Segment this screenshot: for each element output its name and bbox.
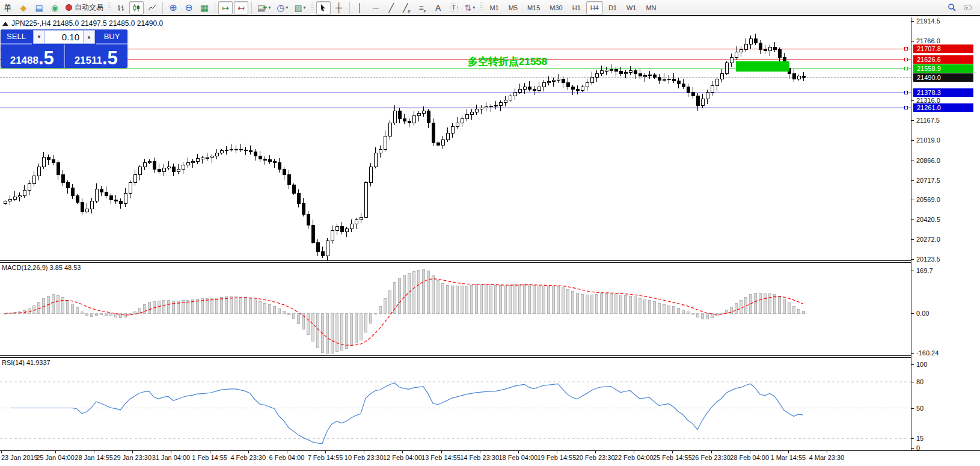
volume-up-button[interactable]: ▲ <box>83 30 95 44</box>
crosshair-icon[interactable]: ┼ <box>332 1 346 14</box>
timeframe-m1[interactable]: M1 <box>485 1 503 14</box>
axis-tick <box>911 180 914 181</box>
buy-button[interactable]: BUY <box>96 29 127 44</box>
line-chart-icon[interactable] <box>145 1 159 14</box>
new-order-button[interactable]: 单 <box>1 1 15 14</box>
time-label: 29 Jan 23:30 <box>113 454 152 461</box>
price-label: 20866.0 <box>916 157 940 164</box>
pivot-annotation[interactable]: 多空转折点21558 <box>468 55 547 69</box>
periods-dropdown: ▾ <box>286 5 288 10</box>
market-watch-icon[interactable]: ◆ <box>16 1 31 14</box>
rsi-axis-label: 15 <box>916 435 923 442</box>
time-tick <box>711 451 712 453</box>
timeframe-m15[interactable]: M15 <box>523 1 544 14</box>
time-tick <box>557 451 557 453</box>
axis-tick <box>911 364 914 365</box>
text-label-icon[interactable]: T <box>447 1 461 14</box>
rsi-pane[interactable]: RSI(14) 41.9337 <box>0 358 911 450</box>
cursor-icon[interactable] <box>316 1 331 14</box>
indicators-plus-icon: + <box>263 4 267 12</box>
time-tick <box>287 451 287 453</box>
vertical-line-icon[interactable]: │ <box>353 1 367 14</box>
time-axis[interactable]: 23 Jan 201925 Jan 04:0028 Jan 14:5529 Ja… <box>0 450 980 466</box>
sell-price[interactable]: 21488 .5 <box>1 44 65 68</box>
line-handle[interactable] <box>904 106 908 109</box>
axis-tick <box>911 271 914 271</box>
time-tick <box>480 451 480 453</box>
time-tick <box>827 451 827 453</box>
timeframe-d1[interactable]: D1 <box>604 1 621 14</box>
axis-tick <box>911 200 914 200</box>
macd-axis-label: 169.7 <box>916 267 933 274</box>
timeframes-bar: M1M5M15M30H1H4D1W1MN <box>485 1 661 14</box>
axis-tick <box>911 438 914 439</box>
toolbar-grip[interactable] <box>311 2 314 14</box>
main-price-pane[interactable]: JPN225-,H4 21485.0 21497.5 21485.0 21490… <box>0 17 911 260</box>
rsi-chart <box>0 358 911 450</box>
time-label: 1 Mar 14:55 <box>770 454 806 461</box>
time-label: 20 Feb 23:30 <box>576 454 615 461</box>
template-button[interactable]: ▨ ▾ <box>292 1 308 14</box>
data-window-icon[interactable]: ▤ <box>32 1 46 14</box>
horizontal-line-icon[interactable]: ─ <box>369 1 383 14</box>
text-icon[interactable]: A <box>431 1 446 14</box>
channel-icon[interactable]: ╱ E <box>400 1 414 14</box>
price-label: 21019.0 <box>916 136 940 144</box>
price-badge-21626.6: 21626.6 <box>913 55 973 64</box>
time-label: 25 Feb 14:55 <box>653 454 692 461</box>
signal-icon[interactable]: ◉ <box>47 1 62 14</box>
periods-button[interactable]: ◷ ▾ <box>274 1 290 14</box>
time-tick <box>441 451 442 453</box>
time-tick <box>788 451 789 453</box>
axis-tick <box>911 100 914 101</box>
axis-tick <box>911 382 914 382</box>
zoom-out-icon[interactable]: ⊖ <box>182 1 196 14</box>
tile-windows-icon[interactable]: ▦ <box>197 1 212 14</box>
time-tick <box>364 451 364 453</box>
timeframe-h1[interactable]: H1 <box>568 1 585 14</box>
time-tick <box>210 451 210 453</box>
sell-button[interactable]: SELL <box>1 29 32 44</box>
timeframe-m5[interactable]: M5 <box>504 1 522 14</box>
autoscroll-icon[interactable]: ↦ <box>218 1 233 14</box>
timeframe-m30[interactable]: M30 <box>545 1 566 14</box>
line-handle[interactable] <box>904 67 908 70</box>
axis-tick <box>911 353 914 354</box>
line-handle[interactable] <box>904 58 908 61</box>
axis-tick <box>911 161 914 161</box>
trendline-icon[interactable]: ╱ <box>384 1 399 14</box>
price-badge-21707.8: 21707.8 <box>913 44 973 53</box>
search-icon[interactable] <box>945 1 959 14</box>
fibonacci-icon[interactable]: ≡ F <box>415 1 430 14</box>
axis-tick <box>911 21 914 22</box>
time-label: 18 Feb 04:00 <box>498 454 537 461</box>
axis-tick <box>911 239 914 240</box>
toolbar: 单 ◆ ▤ ◉ 自动交易 ⊕ ⊖ ▦ ↦ ↤ ▤ + ▾ ◷ <box>0 0 980 16</box>
arrows-icon[interactable]: ⇅ ▾ <box>462 1 478 14</box>
price-axis[interactable]: 21914.521766.021316.021167.521019.020866… <box>911 17 980 459</box>
timeframe-w1[interactable]: W1 <box>622 1 641 14</box>
bar-chart-icon[interactable] <box>114 1 128 14</box>
zoom-in-icon[interactable]: ⊕ <box>166 1 180 14</box>
line-handle[interactable] <box>904 47 908 51</box>
macd-pane[interactable]: MACD(12,26,9) 3.85 48.53 <box>0 263 911 355</box>
volume-input[interactable]: 0.10 <box>45 30 83 44</box>
candlestick-chart-icon[interactable] <box>129 1 144 14</box>
volume-down-button[interactable]: ▼ <box>33 30 45 44</box>
price-badge-21378.3: 21378.3 <box>913 88 973 97</box>
time-tick <box>518 451 519 453</box>
time-tick <box>750 451 750 453</box>
toolbar-grip[interactable] <box>480 2 483 14</box>
autotrade-button[interactable]: 自动交易 <box>63 1 106 14</box>
buy-price[interactable]: 21511 .5 <box>65 44 128 68</box>
chat-icon[interactable] <box>960 1 975 14</box>
axis-tick <box>911 259 914 260</box>
chart-shift-icon[interactable]: ↤ <box>234 1 248 14</box>
timeframe-h4[interactable]: H4 <box>586 1 603 14</box>
indicators-button[interactable]: ▤ + ▾ <box>255 1 273 14</box>
axis-tick <box>911 219 914 220</box>
price-label: 21167.5 <box>916 117 940 124</box>
toolbar-grip[interactable] <box>108 2 111 14</box>
timeframe-mn[interactable]: MN <box>642 1 660 14</box>
line-handle[interactable] <box>904 91 908 94</box>
